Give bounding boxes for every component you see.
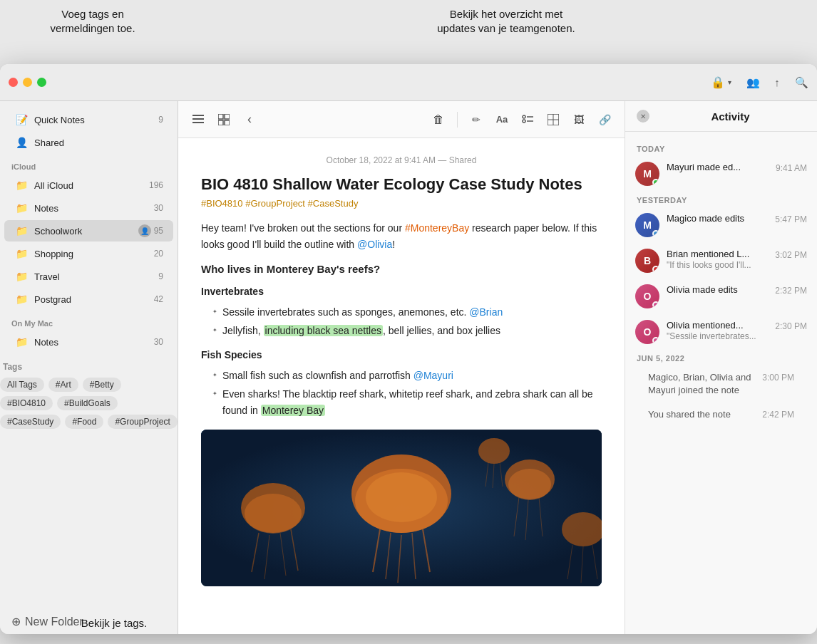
activity-item-olivia2[interactable]: O Olivia mentioned... "Sessile invertebr…	[625, 314, 817, 350]
olivia2-preview: "Sessile invertebrates...	[667, 331, 768, 341]
note-area: ‹ 🗑 ✏ Aa 🖼 🔗 October 18, 2022 at 9:41 AM…	[178, 101, 625, 634]
olivia2-info: Olivia mentioned... "Sessile invertebrat…	[667, 320, 768, 341]
sidebar-item-shopping[interactable]: 📁 Shopping 20	[4, 243, 173, 264]
lock-button[interactable]: 🔒 ▾	[706, 73, 736, 91]
tag-bio4810[interactable]: #BIO4810	[0, 396, 53, 410]
tag-alltags[interactable]: All Tags	[0, 378, 44, 392]
note-intro: Hey team! I've broken out the sections f…	[201, 220, 602, 252]
avatar-magico: M	[635, 213, 659, 237]
invertebrates-list: Sessile invertebrates such as sponges, a…	[201, 304, 602, 339]
tag-betty[interactable]: #Betty	[83, 378, 121, 392]
table-button[interactable]	[543, 110, 563, 130]
svg-point-24	[245, 494, 302, 534]
sidebar-item-travel[interactable]: 📁 Travel 9	[4, 266, 173, 287]
folder-icon-6: 📁	[14, 292, 29, 306]
svg-rect-5	[218, 120, 223, 125]
mac-label: On My Mac	[0, 311, 178, 331]
activity-item-brian[interactable]: B Brian mentioned L... "If this looks go…	[625, 243, 817, 279]
activity-close-button[interactable]: ✕	[637, 110, 649, 123]
brian-action: Brian mentioned L...	[667, 249, 768, 259]
svg-rect-0	[192, 115, 204, 116]
monterey-mention: #MontereyBay	[405, 222, 469, 234]
notes-mac-label: Notes	[34, 337, 154, 348]
note-title: BIO 4810 Shallow Water Ecology Case Stud…	[201, 175, 602, 194]
close-button[interactable]	[9, 78, 18, 87]
sidebar: 📝 Quick Notes 9 👤 Shared iCloud 📁 All iC…	[0, 101, 178, 634]
jellyfish-bg	[201, 430, 602, 586]
avatar-olivia-2: O	[635, 320, 659, 344]
sidebar-item-notes-mac[interactable]: 📁 Notes 30	[4, 331, 173, 353]
today-label: TODAY	[625, 140, 817, 156]
tag-groupproject[interactable]: #GroupProject	[108, 415, 177, 429]
activity-item-magico[interactable]: M Magico made edits 5:47 PM	[625, 207, 817, 243]
shopping-label: Shopping	[34, 249, 154, 259]
sidebar-item-allicloud[interactable]: 📁 All iCloud 196	[4, 175, 173, 196]
tag-food[interactable]: #Food	[65, 415, 103, 429]
annotation-top-center: Bekijk het overzicht metupdates van je t…	[399, 7, 613, 35]
jun-label: JUN 5, 2022	[625, 350, 817, 365]
allicloud-label: All iCloud	[34, 180, 149, 191]
list-view-button[interactable]	[188, 110, 208, 130]
svg-rect-6	[225, 120, 230, 125]
tag-casestudy[interactable]: #CaseStudy	[0, 415, 61, 429]
svg-point-7	[523, 115, 525, 118]
activity-group-shared: You shared the note 2:42 PM	[625, 402, 817, 427]
avatar-mayuri: M	[635, 162, 659, 186]
plus-icon: ⊕	[11, 615, 21, 628]
mayuri-action: Mayuri made ed...	[667, 162, 769, 172]
minimize-button[interactable]	[23, 78, 32, 87]
section1-title: Who lives in Monterey Bay's reefs?	[201, 261, 602, 278]
magico-action: Magico made edits	[667, 213, 768, 224]
bullet-item-2: Jellyfish, including black sea nettles, …	[212, 323, 602, 338]
svg-point-34	[478, 438, 510, 464]
checklist-button[interactable]	[518, 110, 538, 130]
folder-icon-2: 📁	[14, 201, 29, 215]
collaborate-button[interactable]: 👥	[746, 76, 760, 90]
annotation-bottom-left: Bekijk je tags.	[57, 616, 171, 630]
sidebar-item-shared[interactable]: 👤 Shared	[4, 132, 173, 153]
folder-icon-4: 📁	[14, 246, 29, 261]
tags-section: Tags All Tags #Art #Betty #BIO4810 #Buil…	[0, 362, 178, 429]
image-button[interactable]: 🖼	[569, 110, 589, 130]
main-window: 🔒 ▾ 👥 ↑ 🔍 📝 Quick Notes 9 👤 Shared iClo	[0, 64, 817, 634]
tag-buildgoals[interactable]: #BuildGoals	[57, 396, 118, 410]
share-button[interactable]: ↑	[770, 76, 784, 90]
folder-icon: 📁	[14, 178, 29, 192]
maximize-button[interactable]	[37, 78, 46, 87]
postgrad-label: Postgrad	[34, 294, 154, 305]
link-button[interactable]: 🔗	[595, 110, 615, 130]
activity-header: ✕ Activity	[625, 101, 817, 132]
folder-icon-7: 📁	[14, 335, 29, 349]
shared-icon: 👤	[14, 135, 29, 150]
section1-sub: Invertebrates	[201, 284, 602, 299]
toolbar-divider-1	[457, 112, 458, 128]
shared-text: You shared the note	[648, 408, 731, 421]
compose-button[interactable]: ✏	[466, 110, 486, 130]
delete-button[interactable]: 🗑	[428, 110, 448, 130]
sidebar-item-schoolwork[interactable]: 📁 Schoolwork 👤 95	[4, 220, 173, 242]
lock-chevron: ▾	[728, 78, 731, 86]
olivia2-time: 2:30 PM	[775, 321, 807, 331]
tag-art[interactable]: #Art	[48, 378, 78, 392]
sidebar-item-postgrad[interactable]: 📁 Postgrad 42	[4, 289, 173, 310]
sidebar-item-notes-icloud[interactable]: 📁 Notes 30	[4, 197, 173, 219]
note-tags: #BIO4810 #GroupProject #CaseStudy	[201, 198, 602, 209]
font-button[interactable]: Aa	[492, 110, 512, 130]
back-button[interactable]: ‹	[240, 110, 260, 130]
activity-group-joined: Magico, Brian, Olivia and Mayuri joined …	[625, 365, 817, 402]
postgrad-count: 42	[154, 294, 163, 304]
status-dot-magico	[652, 230, 659, 237]
quicknotes-count: 9	[158, 115, 163, 125]
activity-item-olivia1[interactable]: O Olivia made edits 2:32 PM	[625, 279, 817, 314]
sidebar-item-quicknotes[interactable]: 📝 Quick Notes 9	[4, 109, 173, 130]
activity-content: TODAY M Mayuri made ed... 9:41 AM YESTER…	[625, 132, 817, 634]
svg-point-30	[508, 469, 551, 500]
mayuri-mention: @Mayuri	[413, 370, 453, 381]
mayuri-info: Mayuri made ed...	[667, 162, 769, 172]
fish-list: Small fish such as clownfish and parrotf…	[201, 368, 602, 418]
traffic-lights	[9, 78, 46, 87]
activity-item-mayuri[interactable]: M Mayuri made ed... 9:41 AM	[625, 156, 817, 192]
search-button[interactable]: 🔍	[794, 76, 808, 90]
note-content: October 18, 2022 at 9:41 AM — Shared BIO…	[178, 138, 625, 634]
grid-view-button[interactable]	[214, 110, 234, 130]
